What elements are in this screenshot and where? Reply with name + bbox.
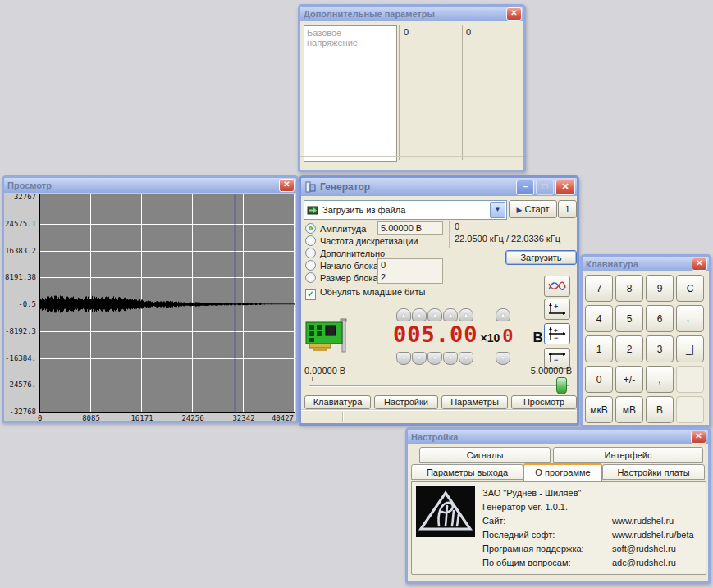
key-4[interactable]: 4 xyxy=(585,305,613,332)
key-3[interactable]: 3 xyxy=(646,335,674,362)
key-9[interactable]: 9 xyxy=(646,275,674,302)
tab-Настройки платы[interactable]: Настройки платы xyxy=(602,464,705,480)
key-6[interactable]: 6 xyxy=(646,305,674,332)
y-tick-label: 24575.1 xyxy=(4,220,36,228)
key-7[interactable]: 7 xyxy=(585,275,613,302)
titlebar-keyboard[interactable]: Клавиатура ✕ xyxy=(583,257,709,271)
exponent-down-arrow[interactable]: ▼ xyxy=(496,352,510,365)
digit-up-arrow[interactable]: ▲ xyxy=(396,308,411,321)
key-+/-[interactable]: +/- xyxy=(615,366,643,393)
base-voltage-listbox[interactable]: Базовое напряжение xyxy=(304,25,397,162)
key-0[interactable]: 0 xyxy=(585,366,613,393)
maximize-icon[interactable]: □ xyxy=(536,180,554,195)
grid-col1-value: 0 xyxy=(404,27,409,37)
digit-down-arrow[interactable]: ▼ xyxy=(412,352,427,365)
tab-О программе[interactable]: О программе xyxy=(523,463,602,481)
key-blank xyxy=(676,366,704,393)
close-icon[interactable]: ✕ xyxy=(279,179,295,192)
digit-up-arrow[interactable]: ▲ xyxy=(443,308,458,321)
radio-block-size[interactable]: Размер блока xyxy=(305,272,378,283)
close-icon[interactable]: ✕ xyxy=(555,180,575,195)
minimize-icon[interactable]: – xyxy=(516,180,534,195)
radio-amplitude[interactable]: Амплитуда xyxy=(305,223,366,234)
preview-button[interactable]: Просмотр xyxy=(511,395,577,409)
about-row-value: www.rudshel.ru xyxy=(612,516,674,526)
titlebar-generator[interactable]: Генератор – □ ✕ xyxy=(301,178,577,196)
zero-lsb-checkbox[interactable]: ✓Обнулять младшие биты xyxy=(305,287,425,300)
waveform-view-button[interactable] xyxy=(544,276,570,297)
radio-icon[interactable] xyxy=(305,248,316,258)
x-tick-label: 16171 xyxy=(128,414,156,422)
keyboard-grid: 789C456←123_|0+/-,мкВмВВ xyxy=(583,271,709,426)
parameters-button[interactable]: Параметры xyxy=(441,395,508,409)
amplitude-field[interactable]: 5.00000 В xyxy=(377,221,443,235)
about-row-label: По общим вопросам: xyxy=(482,558,571,567)
source-dropdown[interactable]: Загрузить из файла ▼ xyxy=(304,200,507,220)
radio-additional[interactable]: Дополнительно xyxy=(305,248,385,258)
key-_|[interactable]: _| xyxy=(676,335,704,362)
slider-track[interactable] xyxy=(309,385,569,386)
svg-text:+: + xyxy=(554,303,558,311)
tab-Параметры выхода[interactable]: Параметры выхода xyxy=(411,464,523,480)
key-1[interactable]: 1 xyxy=(585,335,613,362)
params-grid: 0 0 xyxy=(399,25,524,160)
key-мВ[interactable]: мВ xyxy=(615,396,643,423)
titlebar-additional-params[interactable]: Дополнительные параметры ✕ xyxy=(300,7,523,21)
digit-down-arrow[interactable]: ▼ xyxy=(443,352,458,365)
window-title: Генератор xyxy=(320,181,514,193)
keyboard-button[interactable]: Клавиатура xyxy=(304,395,371,409)
digit-down-arrow[interactable]: ▼ xyxy=(427,352,442,365)
digit-down-arrow[interactable]: ▼ xyxy=(459,352,473,365)
close-icon[interactable]: ✕ xyxy=(692,258,707,271)
window-title: Просмотр xyxy=(7,180,279,190)
radio-icon[interactable] xyxy=(305,235,316,246)
waveform-chart[interactable] xyxy=(39,194,295,413)
generator-statusbar xyxy=(301,409,577,423)
digit-up-arrow[interactable]: ▲ xyxy=(412,308,427,321)
radio-label: Дополнительно xyxy=(320,248,385,258)
radio-sample-rate[interactable]: Частота дискретизации xyxy=(305,235,418,246)
key-8[interactable]: 8 xyxy=(615,275,643,302)
key-5[interactable]: 5 xyxy=(615,305,643,332)
key-,[interactable]: , xyxy=(646,366,674,393)
load-button[interactable]: Загрузить xyxy=(505,250,577,265)
radio-icon[interactable] xyxy=(305,272,316,283)
preset-1-button[interactable]: 1 xyxy=(558,200,577,218)
chevron-down-icon[interactable]: ▼ xyxy=(490,202,505,218)
polarity-positive-button[interactable]: + xyxy=(544,299,570,320)
checkbox-icon[interactable]: ✓ xyxy=(305,289,316,300)
key-C[interactable]: C xyxy=(676,275,704,302)
info-line1: 0 xyxy=(455,221,577,231)
radio-block-start[interactable]: Начало блока xyxy=(305,260,378,271)
close-icon[interactable]: ✕ xyxy=(691,431,706,444)
key-2[interactable]: 2 xyxy=(615,335,643,362)
key-мкВ[interactable]: мкВ xyxy=(585,396,613,423)
slider-tick xyxy=(312,377,313,381)
tab-Сигналы[interactable]: Сигналы xyxy=(419,447,551,463)
x-tick-label: 24256 xyxy=(179,414,207,422)
titlebar-preview[interactable]: Просмотр ✕ xyxy=(4,178,296,193)
settings-button[interactable]: Настройки xyxy=(374,395,438,409)
window-keyboard: Клавиатура ✕ 789C456←123_|0+/-,мкВмВВ xyxy=(580,254,711,427)
close-icon[interactable]: ✕ xyxy=(506,7,522,21)
radio-icon[interactable] xyxy=(305,223,316,234)
key-←[interactable]: ← xyxy=(676,305,704,332)
radio-icon[interactable] xyxy=(305,260,316,271)
digit-up-arrow[interactable]: ▲ xyxy=(427,308,442,321)
slider-thumb[interactable] xyxy=(556,377,567,394)
digit-down-arrow[interactable]: ▼ xyxy=(396,352,411,365)
block-start-field[interactable]: 0 xyxy=(377,258,443,271)
amplitude-slider[interactable] xyxy=(309,375,569,394)
exponent-up-arrow[interactable]: ▲ xyxy=(496,308,510,321)
block-size-field[interactable]: 2 xyxy=(377,271,443,284)
params-content: Базовое напряжение 0 0 xyxy=(300,21,523,170)
list-item[interactable]: Базовое напряжение xyxy=(304,26,396,49)
about-panel: ЗАО "Руднев - Шиляев" Генератор ver. 1.0… xyxy=(411,481,706,575)
info-line2: 22.0500 кГц / 22.0336 кГц xyxy=(455,234,577,244)
tab-Интерфейс[interactable]: Интерфейс xyxy=(553,447,703,463)
start-button[interactable]: ▶ Старт xyxy=(509,200,557,218)
titlebar-settings[interactable]: Настройка ✕ xyxy=(408,430,708,444)
x-tick-label: 0 xyxy=(38,414,66,422)
key-В[interactable]: В xyxy=(646,396,674,423)
digit-up-arrow[interactable]: ▲ xyxy=(459,308,473,321)
